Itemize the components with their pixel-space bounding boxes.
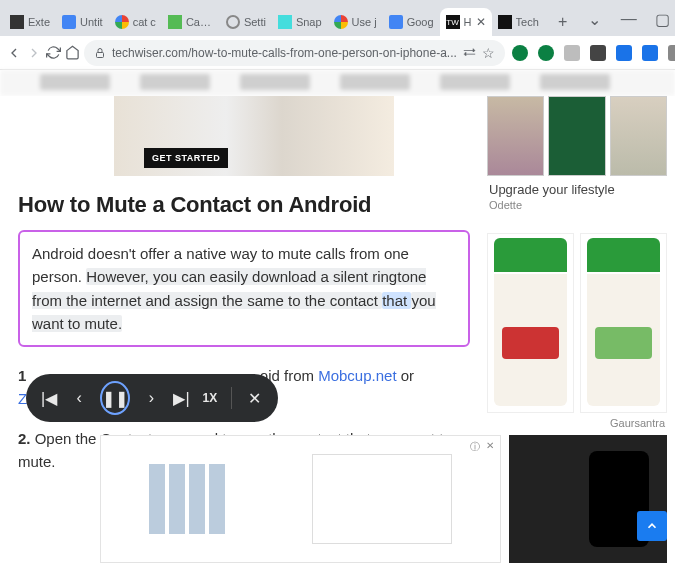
- ext-icon-5[interactable]: [613, 42, 635, 64]
- chevron-up-icon: [645, 519, 659, 533]
- page-content: GET STARTED How to Mute a Contact on And…: [0, 96, 675, 563]
- step-number: 2.: [18, 430, 31, 447]
- phone-ad[interactable]: [509, 435, 667, 563]
- rewind-button[interactable]: ‹: [70, 384, 88, 412]
- tab-cat-search[interactable]: cat c: [109, 8, 162, 36]
- forward-button[interactable]: ›: [142, 384, 160, 412]
- ext-icon-1[interactable]: [509, 42, 531, 64]
- top-ad-banner[interactable]: GET STARTED: [114, 96, 394, 176]
- tab-cat-c[interactable]: Cat C: [162, 8, 220, 36]
- google-icon: [115, 15, 129, 29]
- close-ad-icon[interactable]: ✕: [486, 440, 494, 451]
- ext-icon-camera[interactable]: [665, 42, 675, 64]
- docs-icon: [389, 15, 403, 29]
- ext-icon-2[interactable]: [535, 42, 557, 64]
- new-tab-button[interactable]: +: [551, 10, 575, 34]
- pause-button[interactable]: ❚❚: [100, 381, 130, 415]
- get-started-button[interactable]: GET STARTED: [144, 148, 228, 168]
- next-track-button[interactable]: ▶|: [172, 384, 190, 412]
- address-bar[interactable]: techwiser.com/how-to-mute-calls-from-one…: [84, 40, 505, 66]
- tab-use[interactable]: Use j: [328, 8, 383, 36]
- bookmarks-bar[interactable]: [0, 70, 675, 96]
- tab-settings[interactable]: Setti: [220, 8, 272, 36]
- window-controls: ⌄ — ▢ ✕: [581, 8, 675, 30]
- ad-thumb-3[interactable]: [610, 96, 667, 176]
- forward-button[interactable]: [26, 40, 42, 66]
- sidebar-ads: Upgrade your lifestyle Odette Gaursantra: [487, 96, 667, 429]
- wide-ad[interactable]: ✕ ⓘ: [100, 435, 501, 563]
- separator: [231, 387, 232, 409]
- ad-brand: Odette: [489, 199, 665, 211]
- mobcup-link[interactable]: Mobcup.net: [318, 367, 396, 384]
- share-icon[interactable]: ⮂: [463, 45, 476, 60]
- ad-caption: Upgrade your lifestyle: [489, 182, 665, 197]
- lock-icon: [94, 47, 106, 59]
- px-icon: [168, 15, 182, 29]
- close-player-button[interactable]: ✕: [246, 384, 264, 412]
- ad-thumb-2[interactable]: [548, 96, 605, 176]
- para-spoken-before: However, you can easily download a silen…: [32, 268, 426, 308]
- bookmark-star-icon[interactable]: ☆: [482, 45, 495, 61]
- product-ad-row[interactable]: [487, 233, 667, 413]
- tab-list: Exte Untit cat c Cat C Setti Snap Use j …: [4, 0, 581, 36]
- tab-techwiser-active[interactable]: TWH✕: [440, 8, 492, 36]
- tw-icon: TW: [446, 15, 460, 29]
- gear-icon: [226, 15, 240, 29]
- close-icon[interactable]: ✕: [476, 15, 486, 29]
- tab-goog[interactable]: Goog: [383, 8, 440, 36]
- scroll-to-top-button[interactable]: [637, 511, 667, 541]
- step-number: 1: [18, 367, 26, 384]
- tab-extensions[interactable]: Exte: [4, 8, 56, 36]
- bottom-ad-row: ✕ ⓘ: [100, 435, 667, 563]
- ext-icon-4[interactable]: [587, 42, 609, 64]
- tab-search-button[interactable]: ⌄: [581, 8, 609, 30]
- browser-tab-strip: Exte Untit cat c Cat C Setti Snap Use j …: [0, 0, 675, 36]
- ad-thumb-1[interactable]: [487, 96, 544, 176]
- svg-rect-0: [97, 52, 104, 57]
- playback-speed-button[interactable]: 1X: [203, 391, 218, 405]
- home-button[interactable]: [65, 40, 80, 66]
- extension-icons: [509, 42, 675, 64]
- back-button[interactable]: [6, 40, 22, 66]
- ext-icon-3[interactable]: [561, 42, 583, 64]
- url-text: techwiser.com/how-to-mute-calls-from-one…: [112, 46, 457, 60]
- docs-icon: [62, 15, 76, 29]
- snap-icon: [278, 15, 292, 29]
- ad-thumbnails[interactable]: [487, 96, 667, 176]
- restore-button[interactable]: ▢: [649, 8, 675, 30]
- current-word: that: [382, 292, 411, 309]
- product-jar-1[interactable]: [487, 233, 574, 413]
- tab-snap[interactable]: Snap: [272, 8, 328, 36]
- ad-info-icon[interactable]: ⓘ: [470, 440, 480, 454]
- ad-brand-2: Gaursantra: [489, 417, 665, 429]
- reload-button[interactable]: [46, 40, 61, 66]
- tab-tech[interactable]: Tech: [492, 8, 545, 36]
- puzzle-icon: [10, 15, 24, 29]
- product-jar-2[interactable]: [580, 233, 667, 413]
- minimize-button[interactable]: —: [615, 8, 643, 30]
- tab-untitled-doc[interactable]: Untit: [56, 8, 109, 36]
- read-aloud-player: |◀ ‹ ❚❚ › ▶| 1X ✕: [26, 374, 278, 422]
- google-icon: [334, 15, 348, 29]
- read-aloud-highlight: Android doesn't offer a native way to mu…: [18, 230, 470, 347]
- browser-toolbar: techwiser.com/how-to-mute-calls-from-one…: [0, 36, 675, 70]
- previous-track-button[interactable]: |◀: [40, 384, 58, 412]
- tw-icon: [498, 15, 512, 29]
- ext-icon-6[interactable]: [639, 42, 661, 64]
- section-heading: How to Mute a Contact on Android: [18, 192, 470, 218]
